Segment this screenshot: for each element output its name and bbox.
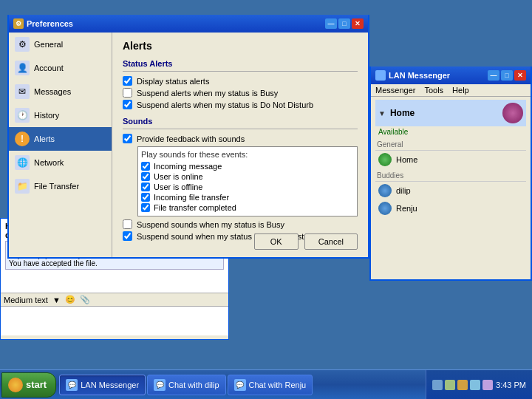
tray-icon-4 — [470, 380, 480, 390]
sound-user-offline-label: User is offline — [154, 183, 202, 191]
checkbox-suspend-sounds-busy[interactable]: Suspend sounds when my status is Busy — [123, 219, 358, 229]
lan-close-button[interactable]: ✕ — [514, 70, 526, 81]
preferences-dialog: ⚙ Preferences — □ ✕ ⚙ General 👤 Account — [7, 15, 369, 259]
suspend-dnd-label: Suspend alerts when my status is Do Not … — [137, 100, 313, 109]
suspend-busy-checkbox[interactable] — [123, 88, 132, 98]
sidebar-item-filetransfer[interactable]: 📁 File Transfer — [9, 174, 112, 198]
checkbox-suspend-busy[interactable]: Suspend alerts when my status is Busy — [123, 88, 358, 98]
alerts-icon: ! — [15, 132, 30, 146]
messages-icon: ✉ — [15, 84, 30, 99]
tray-icons — [432, 380, 493, 390]
alerts-label: Alerts — [34, 134, 55, 143]
lan-messenger-controls: — □ ✕ — [488, 70, 526, 81]
lan-contact-renju[interactable]: Renju — [375, 200, 526, 217]
sound-incoming-file[interactable]: Incoming file transfer — [141, 192, 354, 202]
sidebar-item-history[interactable]: 🕐 History — [9, 103, 112, 127]
renju-contact-avatar — [378, 202, 392, 215]
sound-user-offline[interactable]: User is offline — [141, 182, 354, 192]
suspend-sounds-busy-label: Suspend sounds when my status is Busy — [137, 220, 284, 229]
start-label: start — [26, 379, 47, 390]
lan-messenger-window: LAN Messenger — □ ✕ Messenger Tools Help… — [369, 66, 532, 281]
taskbar-renju-label: Chat with Renju — [249, 381, 307, 389]
chat-attach-button[interactable]: 📎 — [80, 295, 90, 304]
preferences-icon: ⚙ — [13, 18, 24, 29]
lan-minimize-button[interactable]: — — [488, 70, 499, 81]
suspend-busy-label: Suspend alerts when my status is Busy — [137, 89, 278, 98]
sidebar-item-messages[interactable]: ✉ Messages — [9, 80, 112, 103]
sound-file-complete-checkbox[interactable] — [141, 203, 150, 212]
sidebar-item-account[interactable]: 👤 Account — [9, 56, 112, 80]
chat-text-size[interactable]: Medium text — [4, 296, 48, 304]
tray-icon-2 — [445, 380, 455, 390]
sidebar-item-general[interactable]: ⚙ General — [9, 33, 112, 56]
renju-contact-name: Renju — [396, 204, 417, 213]
suspend-dnd-checkbox[interactable] — [123, 100, 132, 109]
chat-dropdown-icon[interactable]: ▼ — [52, 296, 61, 304]
ok-button[interactable]: OK — [254, 233, 299, 250]
tray-icon-3 — [457, 380, 468, 390]
sound-file-complete[interactable]: File transfer completed — [141, 202, 354, 213]
chat-emoji-button[interactable]: 😊 — [65, 295, 75, 304]
cancel-button[interactable]: Cancel — [304, 233, 358, 250]
prefs-maximize-button[interactable]: □ — [338, 18, 350, 29]
taskbar-lan-label: LAN Messenger — [81, 381, 139, 389]
dilip-contact-avatar — [378, 184, 392, 197]
lan-contact-dilip[interactable]: dilip — [375, 182, 526, 200]
sounds-events-box: Play sounds for these events: Incoming m… — [137, 146, 358, 216]
lan-general-section: General — [375, 137, 526, 151]
chat-input-area[interactable] — [1, 306, 228, 335]
lan-maximize-button[interactable]: □ — [501, 70, 513, 81]
taskbar-item-lan-messenger[interactable]: 💬 LAN Messenger — [59, 375, 146, 395]
taskbar-items: 💬 LAN Messenger 💬 Chat with dilip 💬 Chat… — [59, 375, 426, 395]
home-arrow-icon: ▼ — [378, 109, 386, 117]
lan-menu-messenger[interactable]: Messenger — [375, 86, 415, 95]
taskbar-dilip-label: Chat with dilip — [168, 381, 219, 389]
taskbar-item-chat-dilip[interactable]: 💬 Chat with dilip — [147, 375, 225, 395]
taskbar-clock: 3:43 PM — [496, 381, 526, 389]
sound-incoming-msg-checkbox[interactable] — [141, 162, 150, 171]
lan-home-label: Home — [390, 108, 415, 118]
sound-incoming-msg[interactable]: Incoming message — [141, 161, 354, 171]
lan-home-section: ▼ Home — [375, 100, 526, 126]
sound-incoming-file-checkbox[interactable] — [141, 193, 150, 202]
lan-menu: Messenger Tools Help — [371, 84, 531, 97]
preferences-sidebar: ⚙ General 👤 Account ✉ Messages 🕐 History… — [9, 33, 112, 257]
account-label: Account — [34, 64, 64, 72]
chat-toolbar: Medium text ▼ 😊 📎 — [1, 293, 228, 306]
lan-menu-help[interactable]: Help — [452, 86, 469, 95]
checkbox-suspend-dnd[interactable]: Suspend alerts when my status is Do Not … — [123, 100, 358, 109]
lan-buddies-section: Buddies — [375, 168, 526, 182]
sound-incoming-file-label: Incoming file transfer — [154, 193, 229, 202]
history-label: History — [34, 111, 59, 120]
status-alerts-header: Status Alerts — [123, 59, 358, 68]
suspend-sounds-dnd-checkbox[interactable] — [123, 231, 132, 241]
display-status-checkbox[interactable] — [123, 76, 132, 86]
taskbar-lan-icon: 💬 — [66, 379, 78, 391]
tray-icon-1 — [432, 380, 443, 390]
lan-contact-home[interactable]: Home — [375, 151, 526, 168]
sound-user-offline-checkbox[interactable] — [141, 183, 150, 191]
sounds-main-checkbox[interactable] — [123, 134, 132, 143]
sound-user-online[interactable]: User is online — [141, 171, 354, 182]
lan-menu-tools[interactable]: Tools — [424, 86, 443, 95]
start-button[interactable]: start — [1, 372, 56, 398]
taskbar-item-chat-renju[interactable]: 💬 Chat with Renju — [228, 375, 313, 395]
lan-buddies-label: Buddies — [377, 171, 403, 180]
sound-incoming-msg-label: Incoming message — [154, 162, 222, 171]
lan-status: Available — [375, 126, 526, 137]
file-status: You have accepted the file. — [9, 259, 98, 267]
prefs-minimize-button[interactable]: — — [325, 18, 337, 29]
checkbox-display-status[interactable]: Display status alerts — [123, 76, 358, 86]
sounds-main-label: Provide feedback with sounds — [137, 134, 245, 143]
home-contact-avatar — [378, 153, 392, 166]
desktop: LAN Messenger — □ ✕ Messenger Tools Help… — [0, 0, 532, 369]
display-status-label: Display status alerts — [137, 77, 209, 86]
tray-icon-5 — [482, 380, 493, 390]
checkbox-sounds-main[interactable]: Provide feedback with sounds — [123, 134, 358, 143]
sidebar-item-network[interactable]: 🌐 Network — [9, 151, 112, 174]
sidebar-item-alerts[interactable]: ! Alerts — [9, 127, 112, 151]
lan-general-label: General — [377, 140, 403, 149]
sound-user-online-checkbox[interactable] — [141, 172, 150, 181]
suspend-sounds-busy-checkbox[interactable] — [123, 219, 132, 229]
prefs-close-button[interactable]: ✕ — [352, 18, 364, 29]
